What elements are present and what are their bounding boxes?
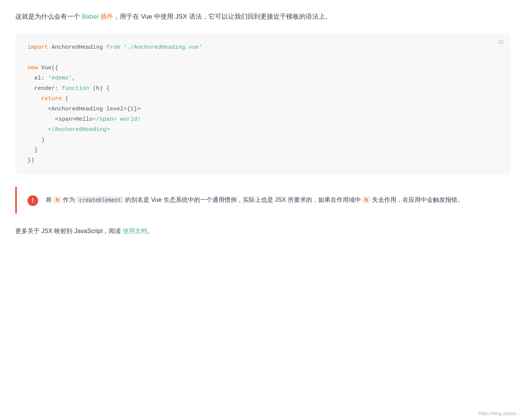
kw-string: './AnchoredHeading.vue' — [123, 44, 202, 51]
intro-text-after: ，用于在 Vue 中使用 JSX 语法，它可以让我们回到更接近于模板的语法上。 — [113, 13, 332, 20]
plain — [27, 126, 48, 133]
callout-h-inline-code: h — [53, 196, 61, 203]
code-line-span: <span>Hello</span> world! — [27, 114, 499, 125]
callout-text-after: 失去作用，在应用中会触发报错。 — [370, 196, 463, 203]
code-blank-1 — [27, 53, 499, 63]
callout-icon: ! — [27, 195, 38, 206]
callout-h2-inline-code: h — [362, 196, 370, 203]
plain: Vue({ — [38, 65, 58, 71]
intro-text-before: 这就是为什么会有一个 — [15, 13, 82, 20]
plain: el: — [27, 75, 48, 81]
callout-text-middle2: 的别名是 Vue 生态系统中的一个通用惯例，实际上也是 JSX 所要求的，如果在… — [123, 196, 362, 203]
code-line-import: import AnchoredHeading from './AnchoredH… — [27, 42, 499, 53]
intro-paragraph: 这就是为什么会有一个 Babel 插件，用于在 Vue 中使用 JSX 语法，它… — [15, 11, 511, 22]
footer-doc-link[interactable]: 使用文档 — [123, 228, 147, 234]
code-line-render: render: function (h) { — [27, 83, 499, 94]
babel-link[interactable]: Babel — [82, 13, 98, 20]
kw-import: import — [27, 44, 48, 51]
kw-from: from — [106, 44, 120, 51]
kw-string: '#demo' — [48, 75, 72, 81]
code-line-brace-close1: } — [27, 145, 499, 155]
callout-createElement-inline-code: createElement — [77, 196, 123, 203]
plain: AnchoredHeading — [48, 44, 106, 51]
code-line-brace-close2: }) — [27, 155, 499, 166]
plain: ) — [27, 137, 45, 143]
kw-world: world! — [120, 116, 141, 123]
code-lang-label: JS — [498, 38, 504, 46]
footer-text-after: 。 — [147, 228, 153, 234]
plain — [117, 116, 120, 123]
plain — [120, 44, 123, 51]
plugin-link[interactable]: 插件 — [100, 13, 113, 20]
code-line-el: el: '#demo', — [27, 73, 499, 83]
code-line-return: return ( — [27, 94, 499, 104]
kw-function: function — [62, 85, 89, 92]
callout-block: ! 将 h 作为 createElement 的别名是 Vue 生态系统中的一个… — [15, 187, 511, 214]
plain: render: — [27, 85, 62, 92]
code-line-anchored-close: </AnchoredHeading> — [27, 125, 499, 135]
kw-tag-anchored-close: </AnchoredHeading> — [48, 126, 110, 133]
plain: , — [72, 75, 75, 81]
plain: (h) { — [89, 85, 110, 92]
plain: } — [27, 147, 38, 153]
code-block: JS import AnchoredHeading from './Anchor… — [15, 33, 511, 175]
footer-paragraph: 更多关于 JSX 映射到 JavaScript，阅读 使用文档。 — [15, 226, 511, 236]
plain: }) — [27, 157, 34, 164]
callout-text-before: 将 — [46, 196, 53, 203]
plain: <AnchoredHeading level={1}> — [27, 106, 141, 112]
code-line-new: new Vue({ — [27, 63, 499, 73]
plain — [27, 96, 41, 102]
callout-text-middle1: 作为 — [61, 196, 77, 203]
footer-text-before: 更多关于 JSX 映射到 JavaScript，阅读 — [15, 228, 123, 234]
kw-new: new — [27, 65, 38, 71]
kw-tag-span-close: </span> — [93, 116, 117, 123]
kw-return: return — [41, 96, 62, 102]
callout-text: 将 h 作为 createElement 的别名是 Vue 生态系统中的一个通用… — [46, 195, 463, 206]
plain: ( — [62, 96, 69, 102]
code-line-paren-close: ) — [27, 135, 499, 145]
code-line-anchored-open: <AnchoredHeading level={1}> — [27, 104, 499, 114]
plain: <span>Hello — [27, 116, 93, 123]
